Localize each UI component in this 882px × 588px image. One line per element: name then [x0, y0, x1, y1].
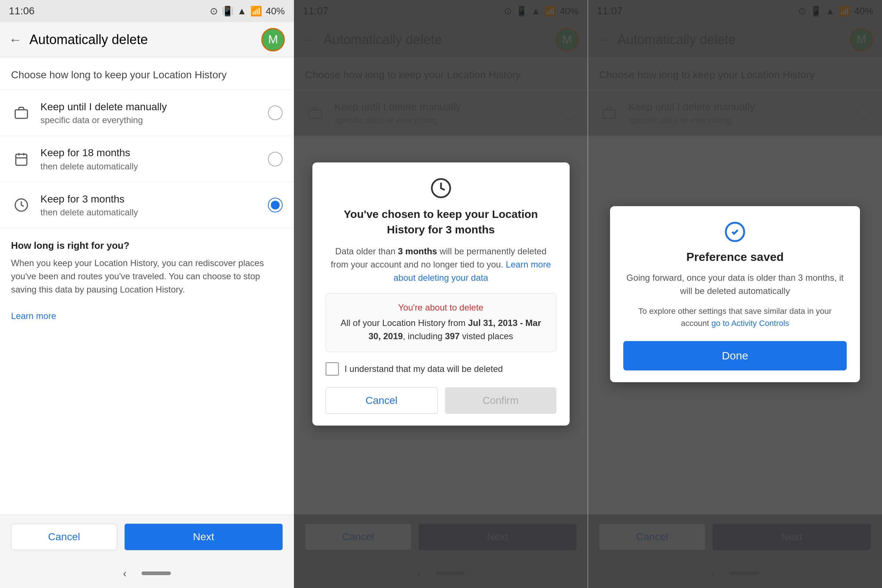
pref-check-icon: [623, 221, 847, 243]
options-list-1: Keep until I delete manually specific da…: [0, 90, 294, 228]
radio-manual-1[interactable]: [268, 105, 283, 120]
status-time-1: 11:06: [9, 5, 34, 17]
calendar-icon-1: [11, 149, 32, 170]
battery-1: 40%: [266, 6, 285, 17]
warning-pre: All of your Location History from: [340, 318, 468, 328]
radio-3m-inner-1: [271, 201, 280, 210]
modal-cancel-button[interactable]: Cancel: [326, 387, 438, 414]
vibrate-icon-1: 📳: [222, 6, 233, 17]
radio-18m-1[interactable]: [268, 152, 283, 166]
option-18m-text-1: Keep for 18 months then delete automatic…: [40, 146, 268, 171]
status-bar-1: 11:06 ⊙ 📳 ▲ 📶 40%: [0, 0, 294, 22]
top-bar-1: ← Automatically delete M: [0, 22, 294, 57]
option-3m-subtitle-1: then delete automatically: [40, 207, 268, 218]
svg-rect-0: [15, 110, 27, 118]
clock-icon-1: [11, 195, 32, 215]
learn-more-link-1[interactable]: Learn more: [11, 311, 56, 321]
back-button-1[interactable]: ←: [9, 32, 22, 47]
modal-clock-icon: [326, 177, 556, 199]
nav-bar-1: ‹: [0, 559, 294, 588]
modal-confirm-title: You've chosen to keep your Location Hist…: [326, 207, 556, 237]
nav-pill-1: [141, 572, 171, 575]
radio-3m-1[interactable]: [268, 198, 283, 212]
info-section-1: How long is right for you? When you keep…: [0, 228, 294, 514]
wifi-icon-1: ▲: [237, 6, 247, 17]
modal-buttons: Cancel Confirm: [326, 387, 556, 414]
avatar-1[interactable]: M: [261, 28, 285, 51]
location-icon-1: ⊙: [210, 6, 218, 17]
top-bar-title-1: Automatically delete: [29, 32, 254, 47]
svg-rect-1: [16, 154, 27, 165]
option-3m-1[interactable]: Keep for 3 months then delete automatica…: [0, 182, 294, 228]
modal-confirm-button[interactable]: Confirm: [445, 387, 556, 414]
briefcase-icon-1: [11, 102, 32, 123]
modal-overlay-2: You've chosen to keep your Location Hist…: [294, 0, 588, 588]
modal-warning-body: All of your Location History from Jul 31…: [335, 316, 547, 343]
phone-panel-3: 11:07 ⊙ 📳 ▲ 📶 40% ← Automatically delete…: [588, 0, 882, 588]
confirm-modal: You've chosen to keep your Location Hist…: [312, 162, 570, 426]
bottom-buttons-1: Cancel Next: [0, 514, 294, 559]
preference-saved-modal: Preference saved Going forward, once you…: [610, 206, 860, 382]
modal-checkbox-row: I understand that my data will be delete…: [326, 362, 556, 376]
option-3m-title-1: Keep for 3 months: [40, 193, 268, 206]
option-manual-subtitle-1: specific data or everything: [40, 115, 268, 125]
modal-overlay-3: Preference saved Going forward, once you…: [588, 0, 882, 588]
modal-body-bold: 3 months: [398, 246, 437, 256]
info-body-1: When you keep your Location History, you…: [11, 256, 283, 322]
page-heading-1: Choose how long to keep your Location Hi…: [0, 57, 294, 90]
understand-checkbox[interactable]: [326, 362, 339, 376]
option-18m-subtitle-1: then delete automatically: [40, 161, 268, 172]
warning-mid: , including: [403, 331, 445, 341]
option-manual-1[interactable]: Keep until I delete manually specific da…: [0, 90, 294, 136]
pref-saved-title: Preference saved: [623, 250, 847, 264]
done-button[interactable]: Done: [623, 341, 847, 370]
status-icons-1: ⊙ 📳 ▲ 📶 40%: [210, 6, 285, 17]
activity-controls-link[interactable]: go to Activity Controls: [711, 319, 789, 328]
nav-back-1[interactable]: ‹: [123, 567, 127, 579]
signal-icon-1: 📶: [250, 6, 262, 17]
phone-panel-2: 11:07 ⊙ 📳 ▲ 📶 40% ← Automatically delete…: [294, 0, 588, 588]
option-18m-1[interactable]: Keep for 18 months then delete automatic…: [0, 136, 294, 182]
cancel-button-1[interactable]: Cancel: [11, 524, 117, 550]
pref-saved-body: Going forward, once your data is older t…: [623, 271, 847, 298]
checkbox-label: I understand that my data will be delete…: [345, 364, 503, 374]
option-manual-title-1: Keep until I delete manually: [40, 100, 268, 114]
modal-body-pre: Data older than: [335, 246, 398, 256]
warning-count: 397: [445, 331, 460, 341]
option-18m-title-1: Keep for 18 months: [40, 146, 268, 159]
next-button-1[interactable]: Next: [124, 524, 283, 550]
modal-warning-title: You're about to delete: [335, 303, 547, 313]
pref-saved-body2: To explore other settings that save simi…: [623, 305, 847, 329]
modal-warning-box: You're about to delete All of your Locat…: [326, 293, 556, 352]
option-manual-text-1: Keep until I delete manually specific da…: [40, 100, 268, 125]
option-3m-text-1: Keep for 3 months then delete automatica…: [40, 193, 268, 218]
warning-post: visted places: [460, 331, 513, 341]
phone-panel-1: 11:06 ⊙ 📳 ▲ 📶 40% ← Automatically delete…: [0, 0, 294, 588]
info-title-1: How long is right for you?: [11, 240, 283, 251]
modal-confirm-body: Data older than 3 months will be permane…: [326, 245, 556, 285]
